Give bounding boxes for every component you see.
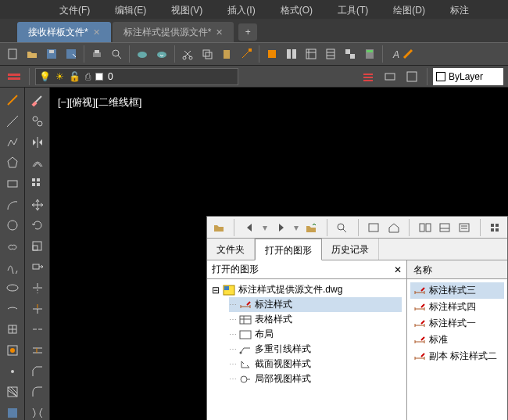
tree-item-tablestyle[interactable]: ⋯ 表格样式	[229, 312, 402, 327]
save-icon[interactable]	[42, 45, 61, 63]
layer-prev-icon[interactable]	[381, 67, 399, 86]
open-icon[interactable]	[23, 45, 41, 63]
menu-edit[interactable]: 编辑(E)	[102, 0, 159, 19]
preview-icon[interactable]	[107, 45, 126, 63]
arc-icon[interactable]	[2, 195, 23, 214]
menu-file[interactable]: 文件(F)	[47, 0, 102, 19]
chamfer-icon[interactable]	[27, 361, 48, 381]
tree-toggle-icon[interactable]	[418, 219, 431, 236]
tree-item-dimstyle[interactable]: ⋯ 标注样式	[229, 297, 402, 312]
new-tab-button[interactable]: +	[238, 23, 257, 41]
markup-icon[interactable]	[341, 45, 360, 63]
menu-insert[interactable]: 插入(I)	[215, 0, 267, 19]
list-item[interactable]: 标注样式三	[410, 282, 504, 299]
tool-palette-icon[interactable]	[302, 45, 320, 63]
collapse-icon[interactable]: ⊟	[212, 285, 220, 296]
tab-open-drawings[interactable]: 打开的图形	[255, 239, 322, 260]
circle-icon[interactable]	[2, 216, 23, 235]
menu-view[interactable]: 视图(V)	[159, 0, 215, 19]
home-icon[interactable]	[387, 219, 400, 236]
paste-icon[interactable]	[217, 45, 236, 63]
tree-view[interactable]: ⊟ 标注样式提供源文件.dwg ⋯ 标注样式 ⋯ 表格样式 ⋯	[207, 279, 406, 420]
list-item[interactable]: 标注样式四	[410, 299, 504, 315]
tree-item-section[interactable]: ⋯ 截面视图样式	[229, 357, 402, 372]
offset-icon[interactable]	[27, 153, 48, 173]
extend-icon[interactable]	[27, 299, 48, 318]
menu-tools[interactable]: 工具(T)	[325, 0, 381, 19]
gradient-icon[interactable]	[2, 404, 23, 420]
cloud-icon[interactable]	[133, 45, 152, 63]
copy-icon[interactable]	[198, 45, 216, 63]
list-header[interactable]: 名称	[407, 260, 507, 279]
blend-icon[interactable]	[27, 404, 48, 420]
polygon-icon[interactable]	[2, 153, 23, 173]
layer-states-icon[interactable]	[359, 67, 377, 86]
layer-iso-icon[interactable]	[402, 67, 421, 86]
break-icon[interactable]	[27, 320, 48, 339]
sheet-set-icon[interactable]	[321, 45, 340, 63]
insert-icon[interactable]	[2, 320, 23, 339]
tree-item-mleader[interactable]: ⋯ 多重引线样式	[229, 342, 402, 357]
color-control[interactable]: ByLayer	[433, 68, 503, 85]
saveas-icon[interactable]	[62, 45, 80, 63]
tab-history[interactable]: 历史记录	[322, 239, 379, 260]
preview-toggle-icon[interactable]	[438, 219, 451, 236]
favorites-icon[interactable]	[367, 219, 381, 236]
menu-draw[interactable]: 绘图(D)	[381, 0, 438, 19]
trim-icon[interactable]	[27, 278, 48, 298]
desc-toggle-icon[interactable]	[458, 219, 471, 236]
join-icon[interactable]	[27, 341, 48, 361]
viewport-label[interactable]: [−][俯视][二维线框]	[58, 95, 141, 109]
array-icon[interactable]	[27, 174, 48, 194]
forward-icon[interactable]	[274, 219, 287, 236]
make-block-icon[interactable]	[2, 341, 23, 361]
text-style-button[interactable]: A	[386, 45, 417, 63]
list-item[interactable]: 标准	[410, 332, 504, 348]
search-icon[interactable]	[336, 219, 349, 236]
match-icon[interactable]	[237, 45, 256, 63]
print-icon[interactable]	[88, 45, 106, 63]
ellipse-arc-icon[interactable]	[2, 299, 23, 318]
hatch-icon[interactable]	[2, 382, 23, 402]
back-icon[interactable]	[243, 219, 256, 236]
move-icon[interactable]	[27, 195, 48, 214]
rect-icon[interactable]	[2, 174, 23, 194]
fillet-icon[interactable]	[27, 382, 48, 402]
new-file-icon[interactable]	[3, 45, 22, 63]
tab-doc-2[interactable]: 标注样式提供源文件* ✕	[113, 22, 234, 42]
layer-dropdown[interactable]: 💡 ☀ 🔓 ⎙ 0	[35, 68, 238, 85]
tree-item-layout[interactable]: ⋯ 布局	[229, 327, 402, 342]
layer-manager-icon[interactable]	[5, 67, 23, 86]
up-icon[interactable]	[305, 219, 318, 236]
list-body[interactable]: 标注样式三 标注样式四 标注样式一 标准 副本 标注样式二	[407, 279, 507, 420]
block-icon[interactable]	[263, 45, 281, 63]
menu-format[interactable]: 格式(O)	[268, 0, 325, 19]
rotate-icon[interactable]	[27, 216, 48, 235]
close-icon[interactable]: ✕	[216, 27, 223, 38]
pline-icon[interactable]	[2, 132, 23, 152]
spline-icon[interactable]	[2, 257, 23, 277]
ellipse-icon[interactable]	[2, 278, 23, 298]
mirror-icon[interactable]	[27, 132, 48, 152]
load-icon[interactable]	[212, 219, 225, 236]
tree-root[interactable]: ⊟ 标注样式提供源文件.dwg	[212, 282, 402, 297]
revcloud-icon[interactable]	[2, 236, 23, 256]
tab-doc-1[interactable]: 接收样板文件* ✕	[17, 22, 111, 42]
menu-dim[interactable]: 标注	[438, 0, 481, 19]
tab-folders[interactable]: 文件夹	[207, 239, 255, 260]
design-center-icon[interactable]	[282, 45, 301, 63]
scale-icon[interactable]	[27, 236, 48, 256]
list-item[interactable]: 副本 标注样式二	[410, 348, 504, 364]
close-icon[interactable]: ✕	[394, 264, 402, 275]
cut-icon[interactable]	[178, 45, 197, 63]
copy-mod-icon[interactable]	[27, 112, 48, 131]
line-icon[interactable]	[2, 91, 23, 110]
erase-icon[interactable]	[27, 91, 48, 110]
cloud-sync-icon[interactable]	[152, 45, 171, 63]
xline-icon[interactable]	[2, 112, 23, 131]
list-item[interactable]: 标注样式一	[410, 315, 504, 332]
views-icon[interactable]	[489, 219, 503, 236]
close-icon[interactable]: ✕	[93, 27, 100, 38]
stretch-icon[interactable]	[27, 257, 48, 277]
calc-icon[interactable]	[360, 45, 379, 63]
